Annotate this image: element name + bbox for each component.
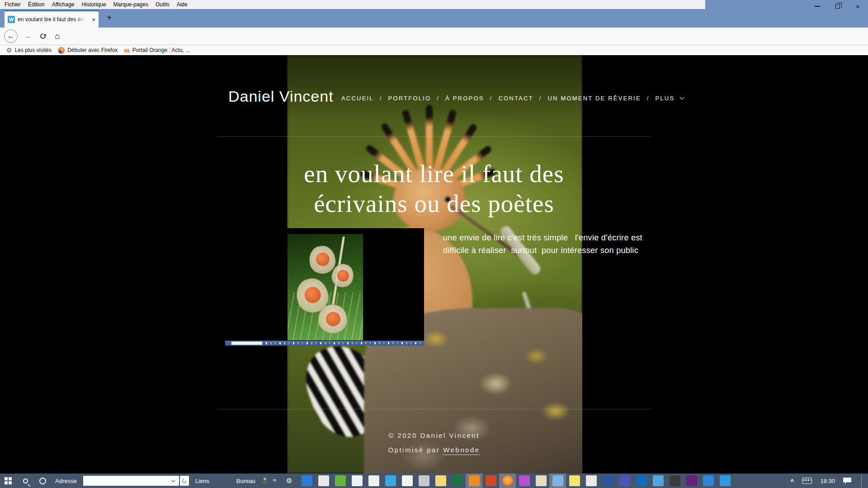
taskbar-app-office-red-icon[interactable] bbox=[482, 474, 499, 488]
windows-logo-icon bbox=[5, 477, 12, 484]
taskbar-app-internet-explorer-icon[interactable] bbox=[382, 474, 399, 488]
bookmarks-bar: ⚙ Les plus visités Débuter avec Firefox … bbox=[0, 45, 868, 55]
chevron-down-icon[interactable] bbox=[680, 95, 684, 100]
address-toolbar-label: Adresse bbox=[55, 478, 77, 484]
taskbar-app-teams-icon[interactable] bbox=[616, 474, 633, 488]
taskbar-app-excel-icon[interactable] bbox=[449, 474, 466, 488]
user-icon bbox=[263, 478, 268, 484]
taskbar-app-paint-icon[interactable] bbox=[700, 474, 717, 488]
taskbar-app-file-explorer-icon[interactable] bbox=[432, 474, 449, 488]
bookmark-debuter-avec-firefox[interactable]: Débuter avec Firefox bbox=[58, 47, 118, 54]
maximize-button[interactable] bbox=[827, 0, 848, 13]
intro-paragraph: une envie de lire c'est très simple l'en… bbox=[443, 231, 647, 257]
keyboard-icon[interactable] bbox=[802, 478, 812, 484]
nav-a-propos[interactable]: À PROPOS bbox=[445, 95, 484, 102]
refresh-icon bbox=[181, 478, 187, 484]
search-icon bbox=[23, 479, 28, 483]
page-title: en voulant lire il faut des écrivains ou… bbox=[0, 159, 868, 219]
nav-portfolio[interactable]: PORTFOLIO bbox=[388, 95, 431, 102]
home-button[interactable]: ⌂ bbox=[51, 28, 64, 45]
bookmark-les-plus-visites[interactable]: ⚙ Les plus visités bbox=[6, 47, 52, 54]
taskbar-app-terminal-icon[interactable] bbox=[666, 474, 683, 488]
taskbar-app-word-icon[interactable] bbox=[599, 474, 616, 488]
taskbar-app-window-icon[interactable] bbox=[349, 474, 365, 488]
menu-marque-pages[interactable]: Marque-pages bbox=[110, 1, 152, 8]
cortana-icon bbox=[39, 478, 46, 484]
footer-optimized: Optimisé par Webnode bbox=[0, 446, 868, 454]
toolbar-overflow-icon[interactable]: » bbox=[273, 476, 276, 483]
reload-button[interactable] bbox=[36, 28, 50, 45]
menu-aide[interactable]: Aide bbox=[173, 1, 191, 8]
menu-edition[interactable]: Édition bbox=[24, 1, 48, 8]
maximize-icon bbox=[835, 4, 840, 9]
taskbar-app-firefox-icon[interactable] bbox=[499, 474, 516, 488]
window-controls: × bbox=[807, 0, 868, 13]
bookmark-label: Les plus visités bbox=[15, 47, 52, 53]
nav-separator: / bbox=[647, 95, 650, 102]
new-tab-button[interactable]: + bbox=[107, 13, 112, 23]
taskbar-app-sticky-notes-icon[interactable] bbox=[566, 474, 583, 488]
navigation-toolbar: ← → ⌂ https://deandandanou7.webnode.fr/e… bbox=[0, 28, 868, 45]
taskbar-app-photos-icon[interactable] bbox=[365, 474, 382, 488]
taskbar-app-movies-icon[interactable] bbox=[399, 474, 415, 488]
nav-separator: / bbox=[437, 95, 439, 102]
taskbar-app-store-icon[interactable] bbox=[332, 474, 349, 488]
links-toolbar-label[interactable]: Liens bbox=[195, 478, 209, 484]
taskbar-search-button[interactable] bbox=[17, 474, 34, 488]
address-go-button[interactable] bbox=[180, 476, 189, 486]
orange-m-icon: m bbox=[124, 47, 130, 54]
gear-icon: ⚙ bbox=[6, 47, 12, 54]
close-button[interactable]: × bbox=[848, 0, 868, 13]
system-tray: ^ 18:30 bbox=[790, 474, 868, 488]
minimize-button[interactable] bbox=[807, 0, 827, 13]
menu-affichage[interactable]: Affichage bbox=[48, 1, 78, 8]
desktop-toolbar-label[interactable]: Bureau bbox=[236, 478, 255, 484]
menu-outils[interactable]: Outils bbox=[152, 1, 173, 8]
notification-center-icon[interactable] bbox=[843, 478, 851, 484]
taskbar-clock[interactable]: 18:30 bbox=[820, 478, 835, 484]
browser-tab[interactable]: W en voulant lire il faut des écrivai × bbox=[5, 10, 99, 28]
nav-separator: / bbox=[380, 95, 382, 102]
taskbar-app-photos-blue-icon[interactable] bbox=[650, 474, 666, 488]
taskbar-app-visual-studio-icon[interactable] bbox=[683, 474, 700, 488]
minimize-icon bbox=[815, 6, 820, 7]
forward-button[interactable]: → bbox=[21, 28, 34, 45]
bookmark-label: Débuter avec Firefox bbox=[67, 47, 118, 53]
taskbar-app-blue-app-icon[interactable] bbox=[549, 474, 566, 488]
tab-favicon-icon: W bbox=[8, 16, 15, 23]
nav-contact[interactable]: CONTACT bbox=[498, 95, 533, 102]
menu-bar: Fichier Édition Affichage Historique Mar… bbox=[0, 0, 705, 9]
taskbar-app-speaker-icon[interactable] bbox=[415, 474, 432, 488]
address-input-wrap bbox=[80, 476, 179, 486]
taskbar-app-outlook-icon[interactable] bbox=[583, 474, 599, 488]
address-input[interactable] bbox=[83, 476, 179, 486]
tray-expand-icon[interactable]: ^ bbox=[790, 478, 794, 485]
taskbar-app-mail-icon[interactable] bbox=[298, 474, 315, 488]
cortana-button[interactable] bbox=[34, 474, 52, 488]
page-content: Daniel Vincent ACCUEIL / PORTFOLIO / À P… bbox=[0, 55, 868, 474]
back-button[interactable]: ← bbox=[2, 28, 20, 45]
taskbar-app-camera-icon[interactable] bbox=[315, 474, 332, 488]
nav-plus[interactable]: PLUS bbox=[656, 95, 675, 102]
bookmark-portail-orange[interactable]: m Portail Orange : Actu, ... bbox=[124, 47, 190, 54]
back-icon: ← bbox=[4, 29, 18, 43]
taskbar-app-edge-icon[interactable] bbox=[717, 474, 733, 488]
menu-historique[interactable]: Historique bbox=[78, 1, 110, 8]
start-button[interactable] bbox=[0, 474, 17, 488]
reload-icon bbox=[39, 33, 47, 40]
taskbar-app-groove-icon[interactable] bbox=[466, 474, 482, 488]
nav-un-moment-de-reverie[interactable]: UN MOMENT DE RÊVERIE bbox=[547, 95, 641, 102]
nav-accueil[interactable]: ACCUEIL bbox=[341, 95, 374, 102]
tab-close-icon[interactable]: × bbox=[92, 16, 95, 23]
menu-fichier[interactable]: Fichier bbox=[0, 1, 24, 8]
settings-gear-icon[interactable]: ⚙ bbox=[286, 477, 292, 485]
taskbar-app-clock-app-icon[interactable] bbox=[533, 474, 549, 488]
taskbar-app-onedrive-icon[interactable] bbox=[633, 474, 650, 488]
show-desktop-button[interactable] bbox=[861, 474, 862, 488]
webnode-link[interactable]: Webnode bbox=[443, 446, 480, 455]
taskbar-apps bbox=[298, 474, 733, 488]
article-image[interactable] bbox=[225, 228, 424, 346]
taskbar-app-paint3d-icon[interactable] bbox=[516, 474, 533, 488]
site-logo[interactable]: Daniel Vincent bbox=[228, 88, 334, 105]
screenshot-mini-taskbar bbox=[225, 341, 424, 346]
